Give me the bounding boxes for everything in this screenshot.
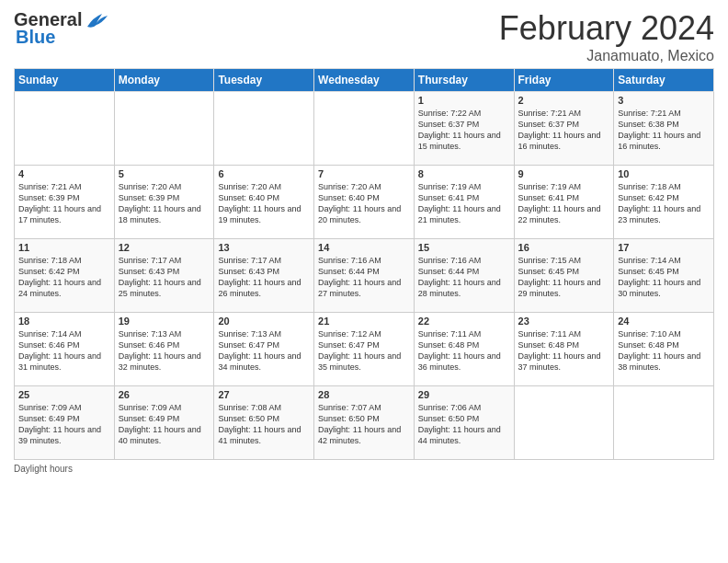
day-cell: 12Sunrise: 7:17 AMSunset: 6:43 PMDayligh… bbox=[114, 239, 214, 313]
day-info: Sunrise: 7:12 AMSunset: 6:47 PMDaylight:… bbox=[318, 329, 401, 372]
day-info: Sunrise: 7:13 AMSunset: 6:46 PMDaylight:… bbox=[119, 329, 201, 372]
day-cell: 24Sunrise: 7:10 AMSunset: 6:48 PMDayligh… bbox=[614, 313, 714, 386]
column-header-friday: Friday bbox=[514, 69, 614, 92]
column-header-wednesday: Wednesday bbox=[314, 69, 415, 92]
day-cell: 15Sunrise: 7:16 AMSunset: 6:44 PMDayligh… bbox=[414, 239, 514, 313]
day-number: 24 bbox=[618, 316, 710, 327]
column-header-sunday: Sunday bbox=[15, 69, 115, 92]
column-header-saturday: Saturday bbox=[614, 69, 714, 92]
calendar-table: SundayMondayTuesdayWednesdayThursdayFrid… bbox=[14, 68, 714, 460]
day-cell: 19Sunrise: 7:13 AMSunset: 6:46 PMDayligh… bbox=[114, 313, 214, 386]
week-row-2: 11Sunrise: 7:18 AMSunset: 6:42 PMDayligh… bbox=[15, 239, 714, 313]
logo-bird-icon bbox=[84, 10, 109, 30]
day-info: Sunrise: 7:14 AMSunset: 6:45 PMDaylight:… bbox=[618, 256, 700, 298]
day-info: Sunrise: 7:20 AMSunset: 6:40 PMDaylight:… bbox=[218, 182, 301, 224]
day-number: 20 bbox=[218, 316, 310, 327]
day-info: Sunrise: 7:19 AMSunset: 6:41 PMDaylight:… bbox=[418, 182, 501, 224]
day-info: Sunrise: 7:19 AMSunset: 6:41 PMDaylight:… bbox=[518, 182, 601, 224]
week-row-0: 1Sunrise: 7:22 AMSunset: 6:37 PMDaylight… bbox=[15, 92, 714, 166]
day-number: 15 bbox=[418, 242, 510, 253]
day-cell: 1Sunrise: 7:22 AMSunset: 6:37 PMDaylight… bbox=[414, 92, 514, 166]
day-info: Sunrise: 7:13 AMSunset: 6:47 PMDaylight:… bbox=[218, 329, 301, 372]
day-cell bbox=[314, 92, 415, 166]
day-info: Sunrise: 7:09 AMSunset: 6:49 PMDaylight:… bbox=[119, 403, 201, 445]
day-info: Sunrise: 7:10 AMSunset: 6:48 PMDaylight:… bbox=[618, 329, 700, 372]
day-cell: 27Sunrise: 7:08 AMSunset: 6:50 PMDayligh… bbox=[214, 386, 314, 460]
day-info: Sunrise: 7:21 AMSunset: 6:39 PMDaylight:… bbox=[18, 182, 101, 224]
day-info: Sunrise: 7:17 AMSunset: 6:43 PMDaylight:… bbox=[218, 256, 301, 298]
day-cell: 14Sunrise: 7:16 AMSunset: 6:44 PMDayligh… bbox=[314, 239, 415, 313]
day-info: Sunrise: 7:15 AMSunset: 6:45 PMDaylight:… bbox=[518, 256, 601, 298]
day-info: Sunrise: 7:22 AMSunset: 6:37 PMDaylight:… bbox=[418, 109, 501, 151]
day-cell bbox=[114, 92, 214, 166]
day-number: 10 bbox=[618, 168, 710, 179]
day-number: 23 bbox=[518, 316, 610, 327]
header-row: SundayMondayTuesdayWednesdayThursdayFrid… bbox=[15, 69, 714, 92]
day-number: 25 bbox=[18, 389, 110, 400]
day-cell: 2Sunrise: 7:21 AMSunset: 6:37 PMDaylight… bbox=[514, 92, 614, 166]
day-number: 5 bbox=[119, 168, 210, 179]
day-number: 29 bbox=[418, 389, 510, 400]
day-cell bbox=[15, 92, 115, 166]
day-info: Sunrise: 7:18 AMSunset: 6:42 PMDaylight:… bbox=[18, 256, 101, 298]
day-number: 22 bbox=[418, 316, 510, 327]
day-cell: 29Sunrise: 7:06 AMSunset: 6:50 PMDayligh… bbox=[414, 386, 514, 460]
day-cell: 23Sunrise: 7:11 AMSunset: 6:48 PMDayligh… bbox=[514, 313, 614, 386]
column-header-tuesday: Tuesday bbox=[214, 69, 314, 92]
logo: General Blue bbox=[14, 9, 109, 48]
day-info: Sunrise: 7:20 AMSunset: 6:40 PMDaylight:… bbox=[318, 182, 401, 224]
day-info: Sunrise: 7:16 AMSunset: 6:44 PMDaylight:… bbox=[318, 256, 401, 298]
day-number: 8 bbox=[418, 168, 510, 179]
day-cell: 21Sunrise: 7:12 AMSunset: 6:47 PMDayligh… bbox=[314, 313, 415, 386]
day-info: Sunrise: 7:09 AMSunset: 6:49 PMDaylight:… bbox=[18, 403, 101, 445]
day-info: Sunrise: 7:16 AMSunset: 6:44 PMDaylight:… bbox=[418, 256, 501, 298]
day-number: 11 bbox=[18, 242, 110, 253]
day-cell bbox=[514, 386, 614, 460]
day-info: Sunrise: 7:08 AMSunset: 6:50 PMDaylight:… bbox=[218, 403, 301, 445]
daylight-label: Daylight hours bbox=[14, 464, 73, 474]
day-cell: 9Sunrise: 7:19 AMSunset: 6:41 PMDaylight… bbox=[514, 166, 614, 239]
day-cell: 6Sunrise: 7:20 AMSunset: 6:40 PMDaylight… bbox=[214, 166, 314, 239]
day-info: Sunrise: 7:11 AMSunset: 6:48 PMDaylight:… bbox=[418, 329, 501, 372]
day-number: 7 bbox=[318, 168, 410, 179]
day-number: 26 bbox=[119, 389, 210, 400]
day-info: Sunrise: 7:17 AMSunset: 6:43 PMDaylight:… bbox=[119, 256, 201, 298]
day-cell: 16Sunrise: 7:15 AMSunset: 6:45 PMDayligh… bbox=[514, 239, 614, 313]
day-info: Sunrise: 7:21 AMSunset: 6:38 PMDaylight:… bbox=[618, 109, 700, 151]
day-number: 13 bbox=[218, 242, 310, 253]
day-info: Sunrise: 7:07 AMSunset: 6:50 PMDaylight:… bbox=[318, 403, 401, 445]
day-cell: 5Sunrise: 7:20 AMSunset: 6:39 PMDaylight… bbox=[114, 166, 214, 239]
column-header-monday: Monday bbox=[114, 69, 214, 92]
day-number: 4 bbox=[18, 168, 110, 179]
day-cell: 4Sunrise: 7:21 AMSunset: 6:39 PMDaylight… bbox=[15, 166, 115, 239]
day-cell: 3Sunrise: 7:21 AMSunset: 6:38 PMDaylight… bbox=[614, 92, 714, 166]
day-info: Sunrise: 7:06 AMSunset: 6:50 PMDaylight:… bbox=[418, 403, 501, 445]
day-cell: 13Sunrise: 7:17 AMSunset: 6:43 PMDayligh… bbox=[214, 239, 314, 313]
day-cell: 22Sunrise: 7:11 AMSunset: 6:48 PMDayligh… bbox=[414, 313, 514, 386]
day-cell bbox=[614, 386, 714, 460]
day-number: 17 bbox=[618, 242, 710, 253]
day-number: 16 bbox=[518, 242, 610, 253]
day-cell: 18Sunrise: 7:14 AMSunset: 6:46 PMDayligh… bbox=[15, 313, 115, 386]
day-number: 2 bbox=[518, 95, 610, 106]
day-info: Sunrise: 7:11 AMSunset: 6:48 PMDaylight:… bbox=[518, 329, 601, 372]
month-title: February 2024 bbox=[499, 9, 714, 48]
header: General Blue February 2024 Janamuato, Me… bbox=[14, 9, 714, 64]
day-cell: 28Sunrise: 7:07 AMSunset: 6:50 PMDayligh… bbox=[314, 386, 415, 460]
location: Janamuato, Mexico bbox=[499, 48, 714, 64]
day-cell: 11Sunrise: 7:18 AMSunset: 6:42 PMDayligh… bbox=[15, 239, 115, 313]
day-cell: 8Sunrise: 7:19 AMSunset: 6:41 PMDaylight… bbox=[414, 166, 514, 239]
day-info: Sunrise: 7:21 AMSunset: 6:37 PMDaylight:… bbox=[518, 109, 601, 151]
day-cell: 20Sunrise: 7:13 AMSunset: 6:47 PMDayligh… bbox=[214, 313, 314, 386]
page-container: General Blue February 2024 Janamuato, Me… bbox=[0, 0, 728, 483]
day-info: Sunrise: 7:14 AMSunset: 6:46 PMDaylight:… bbox=[18, 329, 101, 372]
day-number: 6 bbox=[218, 168, 310, 179]
day-number: 28 bbox=[318, 389, 410, 400]
day-cell: 10Sunrise: 7:18 AMSunset: 6:42 PMDayligh… bbox=[614, 166, 714, 239]
day-cell: 25Sunrise: 7:09 AMSunset: 6:49 PMDayligh… bbox=[15, 386, 115, 460]
week-row-3: 18Sunrise: 7:14 AMSunset: 6:46 PMDayligh… bbox=[15, 313, 714, 386]
day-info: Sunrise: 7:18 AMSunset: 6:42 PMDaylight:… bbox=[618, 182, 700, 224]
day-number: 12 bbox=[119, 242, 210, 253]
footer: Daylight hours bbox=[14, 464, 714, 474]
week-row-1: 4Sunrise: 7:21 AMSunset: 6:39 PMDaylight… bbox=[15, 166, 714, 239]
